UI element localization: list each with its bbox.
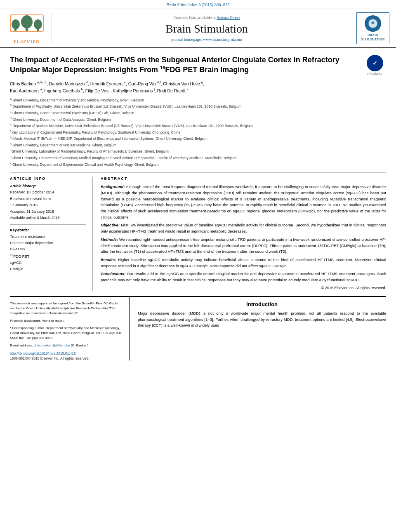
corresponding-note: * Corresponding author. Department of Ps… bbox=[10, 326, 123, 341]
affiliation-j: Ghent University, Department of Veterina… bbox=[12, 156, 236, 160]
authors-line: Chris Baeken a,b,c,*, Daniele Marinazzo … bbox=[10, 80, 386, 94]
received-revised-label: Received in revised form bbox=[10, 196, 86, 202]
objective-para: Objective: First, we investigated the pr… bbox=[101, 222, 386, 234]
affiliation-d: Ghent University, Department of Data Ana… bbox=[12, 117, 111, 121]
journal-brand-logo: BRAINSTIMULATION bbox=[356, 12, 389, 44]
revised-date: 17 January 2015 bbox=[10, 202, 86, 208]
crossmark-label: CrossMark bbox=[368, 72, 382, 76]
keyword-6: CMRglc bbox=[10, 266, 86, 272]
abstract-text: Background: Although one of the most fre… bbox=[101, 184, 386, 291]
journal-header-center: Contents lists available at ScienceDirec… bbox=[57, 12, 356, 44]
results-label: Results: bbox=[101, 257, 116, 262]
background-label: Background: bbox=[101, 184, 125, 189]
two-col-section: ARTICLE INFO Article history: Received 1… bbox=[10, 172, 386, 291]
introduction-col: Introduction Major depressive disorder (… bbox=[138, 297, 386, 360]
methods-text: We recruited right-handed antidepressant… bbox=[101, 237, 386, 254]
svg-rect-5 bbox=[14, 28, 16, 31]
page-wrapper: Brain Stimulation 8 (2015) 808–815 ELSEV… bbox=[0, 0, 396, 367]
article-title-section: The Impact of Accelerated HF-rTMS on the… bbox=[10, 55, 386, 76]
financial-note: Financial disclosures: None to report. bbox=[10, 318, 123, 323]
doi-line: http://dx.doi.org/10.1016/j.brs.2015.01.… bbox=[10, 351, 123, 355]
svg-rect-7 bbox=[37, 28, 39, 31]
methods-para: Methods: We recruited right-handed antid… bbox=[101, 237, 386, 255]
copyright-line: © 2015 Elsevier Inc. All rights reserved… bbox=[101, 285, 386, 291]
affiliation-c: Ghent University, Ghent Experimental Psy… bbox=[12, 111, 134, 115]
affiliation-a: Ghent University, Department of Psychiat… bbox=[12, 98, 144, 102]
divider bbox=[10, 224, 86, 225]
accepted-date: Accepted 31 January 2015 bbox=[10, 209, 86, 215]
title-superscript: 18 bbox=[160, 65, 165, 70]
background-para: Background: Although one of the most fre… bbox=[101, 184, 386, 220]
affiliation-e: Department of Nuclear Medicine, Universi… bbox=[12, 124, 252, 128]
footnotes-col: This research was supported by a grant f… bbox=[10, 297, 130, 360]
journal-citation: Brain Stimulation 8 (2015) 808–815 bbox=[167, 2, 230, 7]
methods-label: Methods: bbox=[101, 237, 118, 242]
intro-text: Major depressive disorder (MDD) is not o… bbox=[138, 311, 386, 329]
affiliations: a Ghent University, Department of Psychi… bbox=[10, 97, 386, 167]
keyword-5: sgACC bbox=[10, 260, 86, 266]
abstract-col: ABSTRACT Background: Although one of the… bbox=[101, 177, 386, 291]
objective-label: Objective: bbox=[101, 223, 120, 227]
history-label: Article history: bbox=[10, 184, 86, 188]
elsevier-text: ELSEVIER bbox=[14, 39, 40, 44]
available-online: Available online 3 March 2015 bbox=[10, 215, 86, 221]
received-date: Received 18 October 2014 bbox=[10, 190, 86, 195]
affiliation-b: Department of Psychiatry, Universitair Z… bbox=[12, 104, 241, 108]
background-text: Although one of the most frequent diagno… bbox=[101, 184, 386, 219]
article-info-heading: ARTICLE INFO bbox=[10, 177, 86, 181]
abstract-heading: ABSTRACT bbox=[101, 177, 386, 181]
email-link[interactable]: chris.baeken@UGent.be bbox=[34, 344, 70, 347]
funding-note: This research was supported by a grant f… bbox=[10, 301, 123, 316]
results-para: Results: Higher baseline sgACC metabolic… bbox=[101, 257, 386, 269]
article-info-col: ARTICLE INFO Article history: Received 1… bbox=[10, 177, 92, 291]
sciencedirect-link[interactable]: ScienceDirect bbox=[217, 15, 240, 20]
svg-point-3 bbox=[21, 15, 33, 28]
journal-top-bar: Brain Stimulation 8 (2015) 808–815 bbox=[0, 0, 396, 9]
crossmark-icon: ✓ bbox=[367, 55, 383, 71]
journal-homepage: journal homepage: www.brainstimjrnl.com bbox=[171, 37, 242, 42]
affiliation-i: Ghent University, Laboratory of Radiopha… bbox=[12, 149, 169, 153]
affiliation-f: Key Laboratory of Cognition and Personal… bbox=[12, 130, 180, 134]
journal-header: ELSEVIER Contents lists available at Sci… bbox=[0, 9, 396, 48]
keywords-list: Treatment-resistance Unipolar major depr… bbox=[10, 234, 86, 273]
journal-title: Brain Stimulation bbox=[165, 22, 248, 35]
keyword-4: 18FDG PET bbox=[10, 253, 86, 260]
results-text: Higher baseline sgACC metabolic activity… bbox=[101, 257, 386, 268]
crossmark-badge[interactable]: ✓ CrossMark bbox=[363, 55, 386, 76]
article-content: The Impact of Accelerated HF-rTMS on the… bbox=[0, 48, 396, 367]
issn-line: 1935-861X/© 2015 Elsevier Inc. All right… bbox=[10, 356, 123, 360]
objective-text: First, we investigated the predictive va… bbox=[101, 223, 386, 233]
conclusions-text: Our results add to the sgACC as a specif… bbox=[101, 271, 386, 282]
journal-url: www.brainstimjrnl.com bbox=[203, 37, 242, 42]
brain-icon bbox=[365, 15, 381, 32]
conclusions-label: Conclusions: bbox=[101, 271, 125, 276]
email-note: E-mail address: chris.baeken@UGent.be (C… bbox=[10, 343, 123, 348]
contents-line: Contents lists available at ScienceDirec… bbox=[173, 15, 240, 20]
conclusions-para: Conclusions: Our results add to the sgAC… bbox=[101, 271, 386, 283]
keywords-label: Keywords: bbox=[10, 228, 86, 232]
affiliation-h: Ghent University, Department of Nuclear … bbox=[12, 143, 116, 147]
keyword-1: Treatment-resistance bbox=[10, 234, 86, 240]
keyword-2: Unipolar major depression bbox=[10, 240, 86, 246]
article-title: The Impact of Accelerated HF-rTMS on the… bbox=[10, 55, 358, 75]
affiliation-k: Ghent University, Department of Experime… bbox=[12, 162, 159, 166]
intro-heading: Introduction bbox=[138, 301, 386, 307]
affiliation-g: iMinds Medical IT-IBiTech — MEDISIP, Dep… bbox=[12, 137, 207, 141]
keyword-3: HF-rTMS bbox=[10, 246, 86, 252]
elsevier-logo: ELSEVIER bbox=[7, 12, 52, 44]
bottom-section: This research was supported by a grant f… bbox=[10, 296, 386, 360]
